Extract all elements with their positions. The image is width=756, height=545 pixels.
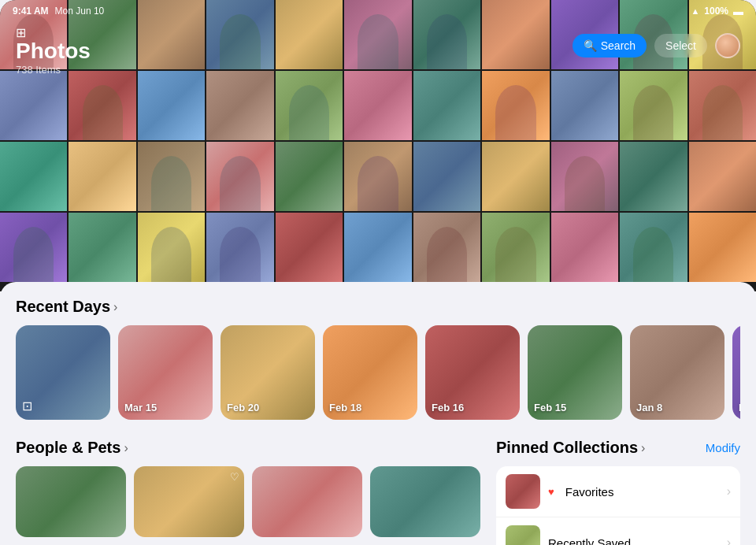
people-card[interactable]: ♡: [134, 466, 244, 537]
photo-cell[interactable]: [482, 71, 549, 140]
photo-cell[interactable]: [0, 71, 67, 140]
recent-days-scroll[interactable]: ⊡Mar 15Feb 20Feb 18Feb 16Feb 15Jan 8N: [16, 325, 740, 423]
wifi-icon: ▲: [691, 6, 699, 16]
pinned-name: Recently Saved: [548, 536, 719, 546]
heart-icon: ♡: [230, 471, 239, 483]
photo-cell[interactable]: [276, 142, 343, 211]
photo-cell[interactable]: [689, 213, 756, 282]
day-label: Feb 20: [227, 402, 259, 413]
pinned-item[interactable]: ♥Favorites›: [496, 466, 740, 517]
photo-cell[interactable]: [413, 142, 480, 211]
day-label: Mar 15: [124, 402, 157, 413]
photo-cell[interactable]: [413, 71, 480, 140]
battery-percentage: 100%: [704, 6, 728, 17]
photo-cell[interactable]: [344, 71, 411, 140]
search-icon: 🔍: [584, 39, 597, 52]
pinned-collections-title: Pinned Collections: [496, 439, 638, 457]
search-button[interactable]: 🔍 Search: [573, 34, 647, 57]
pinned-thumb: [506, 525, 540, 545]
photo-cell[interactable]: [276, 213, 343, 282]
pinned-collections-section: Pinned Collections › Modify ♥Favorites›R…: [496, 439, 740, 545]
photo-cell[interactable]: [344, 142, 411, 211]
photo-cell[interactable]: [551, 142, 618, 211]
scroll-content: Recent Days › ⊡Mar 15Feb 20Feb 18Feb 16F…: [0, 282, 756, 545]
header-right: 🔍 Search Select: [573, 33, 740, 58]
header-overlay: 🔍 Search Select: [0, 22, 756, 69]
day-card[interactable]: Feb 16: [425, 325, 520, 420]
photo-cell[interactable]: [138, 142, 205, 211]
title-area: Photos 738 Items: [16, 39, 91, 76]
photo-cell[interactable]: [69, 71, 135, 140]
photo-cell[interactable]: [551, 213, 618, 282]
photo-cell[interactable]: [689, 71, 756, 140]
people-pets-section: People & Pets › ♡: [16, 439, 480, 545]
recent-days-section: Recent Days › ⊡Mar 15Feb 20Feb 18Feb 16F…: [0, 298, 756, 423]
pinned-item[interactable]: Recently Saved›: [496, 517, 740, 545]
day-label: Feb 18: [329, 402, 361, 413]
photo-cell[interactable]: [206, 71, 273, 140]
photo-cell[interactable]: [206, 213, 273, 282]
battery-icon: ▬: [733, 6, 743, 17]
photo-cell[interactable]: [138, 213, 205, 282]
grid-icon[interactable]: ⊞: [16, 26, 26, 39]
day-card[interactable]: Feb 18: [323, 325, 417, 420]
select-button[interactable]: Select: [654, 34, 707, 57]
modify-button[interactable]: Modify: [706, 441, 740, 454]
status-bar: 9:41 AM Mon Jun 10 ▲ 100% ▬: [0, 0, 756, 22]
photo-cell[interactable]: [620, 71, 687, 140]
photo-cell[interactable]: [276, 71, 343, 140]
people-pets-title: People & Pets: [16, 439, 120, 457]
pinned-thumb: [506, 474, 540, 509]
day-card[interactable]: Feb 15: [528, 325, 622, 420]
pinned-name: Favorites: [565, 485, 719, 499]
people-scroll[interactable]: ♡: [16, 466, 480, 537]
photo-cell[interactable]: [138, 71, 205, 140]
bottom-row: People & Pets › ♡ Pinned Collections › M…: [0, 439, 756, 545]
pinned-list: ♥Favorites›Recently Saved›: [496, 466, 740, 545]
day-card[interactable]: Mar 15: [118, 325, 213, 420]
day-label: Jan 8: [636, 402, 662, 413]
photo-cell[interactable]: [689, 142, 756, 211]
status-right: ▲ 100% ▬: [691, 6, 743, 17]
pinned-chevron: ›: [727, 484, 731, 499]
photo-cell[interactable]: [69, 142, 135, 211]
people-pets-header: People & Pets ›: [16, 439, 480, 457]
status-date: Mon Jun 10: [55, 6, 105, 17]
recent-days-chevron: ›: [113, 300, 117, 314]
search-label: Search: [601, 39, 636, 52]
photo-cell[interactable]: [482, 213, 549, 282]
day-label: N: [739, 402, 740, 413]
day-label: Feb 15: [534, 402, 566, 413]
day-card[interactable]: N: [732, 325, 740, 420]
people-card[interactable]: [252, 466, 362, 537]
photo-cell[interactable]: [551, 71, 618, 140]
day-label: Feb 16: [432, 402, 464, 413]
photo-cell[interactable]: [344, 213, 411, 282]
status-time: 9:41 AM: [13, 6, 49, 17]
select-label: Select: [665, 39, 696, 52]
photo-cell[interactable]: [206, 142, 273, 211]
photo-cell[interactable]: [413, 213, 480, 282]
photo-cell[interactable]: [620, 142, 687, 211]
photo-cell[interactable]: [69, 213, 135, 282]
day-card[interactable]: Feb 20: [220, 325, 315, 420]
pinned-collections-chevron: ›: [641, 441, 645, 455]
avatar[interactable]: [715, 33, 740, 58]
recent-days-title: Recent Days: [16, 298, 110, 316]
photo-cell[interactable]: [620, 213, 687, 282]
photo-cell[interactable]: [0, 213, 67, 282]
photo-cell[interactable]: [482, 142, 549, 211]
pinned-collections-header: Pinned Collections › Modify: [496, 439, 740, 457]
people-card[interactable]: [370, 466, 480, 537]
pinned-heart-icon: ♥: [548, 486, 554, 498]
photo-cell[interactable]: [0, 142, 67, 211]
people-card[interactable]: [16, 466, 126, 537]
day-card[interactable]: Jan 8: [630, 325, 724, 420]
recent-days-header: Recent Days ›: [16, 298, 740, 316]
people-pets-chevron: ›: [124, 441, 128, 455]
day-card[interactable]: ⊡: [16, 325, 110, 420]
photos-count: 738 Items: [16, 64, 91, 76]
pinned-chevron: ›: [727, 536, 731, 545]
page-title: Photos: [16, 39, 91, 64]
